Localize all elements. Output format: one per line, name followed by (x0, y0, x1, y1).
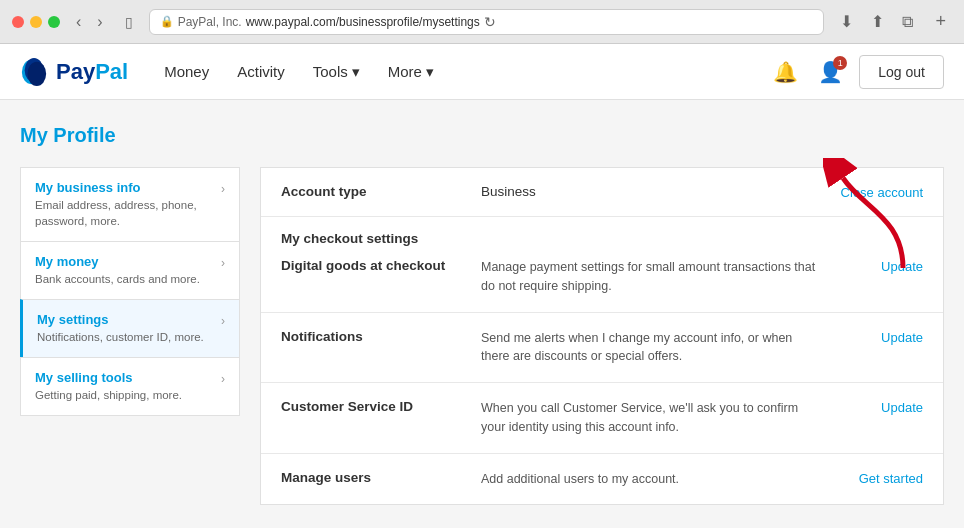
svg-point-2 (27, 61, 46, 85)
sidebar-chevron-icon: › (221, 256, 225, 270)
main-panel: Account type Business Close account My c… (260, 167, 944, 505)
sidebar-item-title: My business info (35, 180, 221, 195)
reload-button[interactable]: ↻ (484, 14, 496, 30)
share-button[interactable]: ⬆ (865, 10, 890, 33)
nav-activity[interactable]: Activity (225, 55, 297, 88)
tools-chevron-icon: ▾ (352, 63, 360, 81)
notifications-update-link[interactable]: Update (881, 330, 923, 345)
account-type-row: Account type Business Close account (261, 168, 943, 217)
main-content: My Profile My business info Email addres… (0, 100, 964, 528)
minimize-traffic-light[interactable] (30, 16, 42, 28)
sidebar-item-title: My selling tools (35, 370, 221, 385)
notifications-value: Send me alerts when I change my account … (481, 329, 823, 367)
customer-service-description: When you call Customer Service, we'll as… (481, 399, 823, 437)
sidebar-item-business-info[interactable]: My business info Email address, address,… (20, 167, 240, 241)
notifications-button[interactable]: 🔔 (769, 56, 802, 88)
sidebar-item-desc: Getting paid, shipping, more. (35, 387, 221, 403)
close-traffic-light[interactable] (12, 16, 24, 28)
notifications-row: Notifications Send me alerts when I chan… (261, 313, 943, 384)
sidebar-item-my-settings[interactable]: My settings Notifications, customer ID, … (20, 299, 240, 357)
nav-money[interactable]: Money (152, 55, 221, 88)
profile-button[interactable]: 👤 1 (814, 56, 847, 88)
manage-users-value: Add additional users to my account. (481, 470, 823, 489)
sidebar-item-desc: Email address, address, phone, password,… (35, 197, 221, 229)
browser-chrome: ‹ › ▯ 🔒 PayPal, Inc. www.paypal.com/busi… (0, 0, 964, 44)
paypal-logo[interactable]: PayPal (20, 58, 128, 86)
paypal-logo-text: PayPal (56, 59, 128, 85)
page-title: My Profile (20, 124, 944, 147)
more-chevron-icon: ▾ (426, 63, 434, 81)
content-layout: My business info Email address, address,… (20, 167, 944, 505)
digital-goods-action: Update (823, 258, 923, 274)
window-mode-button[interactable]: ▯ (119, 12, 139, 32)
sidebar-item-selling-tools[interactable]: My selling tools Getting paid, shipping,… (20, 357, 240, 416)
logout-button[interactable]: Log out (859, 55, 944, 89)
profile-badge: 1 (833, 56, 847, 70)
maximize-traffic-light[interactable] (48, 16, 60, 28)
download-button[interactable]: ⬇ (834, 10, 859, 33)
account-type-label: Account type (281, 184, 481, 199)
main-navigation: Money Activity Tools ▾ More ▾ (152, 55, 769, 89)
nav-more[interactable]: More ▾ (376, 55, 446, 89)
sidebar-item-my-money[interactable]: My money Bank accounts, cards and more. … (20, 241, 240, 299)
digital-goods-row: Digital goods at checkout Manage payment… (261, 250, 943, 313)
notifications-label: Notifications (281, 329, 481, 344)
manage-users-description: Add additional users to my account. (481, 470, 823, 489)
customer-service-value: When you call Customer Service, we'll as… (481, 399, 823, 437)
customer-service-label: Customer Service ID (281, 399, 481, 414)
manage-users-label: Manage users (281, 470, 481, 485)
add-tab-button[interactable]: + (929, 9, 952, 34)
header-right: 🔔 👤 1 Log out (769, 55, 944, 89)
sidebar-item-desc: Bank accounts, cards and more. (35, 271, 221, 287)
sidebar-chevron-icon: › (221, 182, 225, 196)
manage-users-get-started-link[interactable]: Get started (859, 471, 923, 486)
sidebar-item-title: My settings (37, 312, 221, 327)
close-account-link[interactable]: Close account (841, 185, 923, 200)
checkout-section-row: My checkout settings (261, 217, 943, 250)
back-button[interactable]: ‹ (70, 11, 87, 33)
manage-users-row: Manage users Add additional users to my … (261, 454, 943, 505)
forward-button[interactable]: › (91, 11, 108, 33)
lock-icon: 🔒 (160, 15, 174, 28)
sidebar-chevron-icon: › (221, 314, 225, 328)
account-type-action: Close account (823, 184, 923, 200)
url-display: www.paypal.com/businessprofile/mysetting… (246, 15, 480, 29)
notifications-action: Update (823, 329, 923, 345)
account-type-value: Business (481, 184, 823, 199)
customer-service-row: Customer Service ID When you call Custom… (261, 383, 943, 454)
digital-goods-label: Digital goods at checkout (281, 258, 481, 273)
address-bar[interactable]: 🔒 PayPal, Inc. www.paypal.com/businesspr… (149, 9, 825, 35)
manage-users-action: Get started (823, 470, 923, 486)
traffic-lights (12, 16, 60, 28)
customer-service-action: Update (823, 399, 923, 415)
paypal-logo-icon (20, 58, 48, 86)
digital-goods-update-link[interactable]: Update (881, 259, 923, 274)
sidebar-item-title: My money (35, 254, 221, 269)
company-name: PayPal, Inc. (178, 15, 242, 29)
sidebar-item-desc: Notifications, customer ID, more. (37, 329, 221, 345)
sidebar-chevron-icon: › (221, 372, 225, 386)
notifications-description: Send me alerts when I change my account … (481, 329, 823, 367)
checkout-section-label: My checkout settings (281, 231, 481, 246)
sidebar: My business info Email address, address,… (20, 167, 240, 505)
paypal-header: PayPal Money Activity Tools ▾ More ▾ 🔔 👤… (0, 44, 964, 100)
digital-goods-value: Manage payment settings for small amount… (481, 258, 823, 296)
digital-goods-description: Manage payment settings for small amount… (481, 258, 823, 296)
tab-overview-button[interactable]: ⧉ (896, 10, 919, 33)
customer-service-update-link[interactable]: Update (881, 400, 923, 415)
nav-tools[interactable]: Tools ▾ (301, 55, 372, 89)
